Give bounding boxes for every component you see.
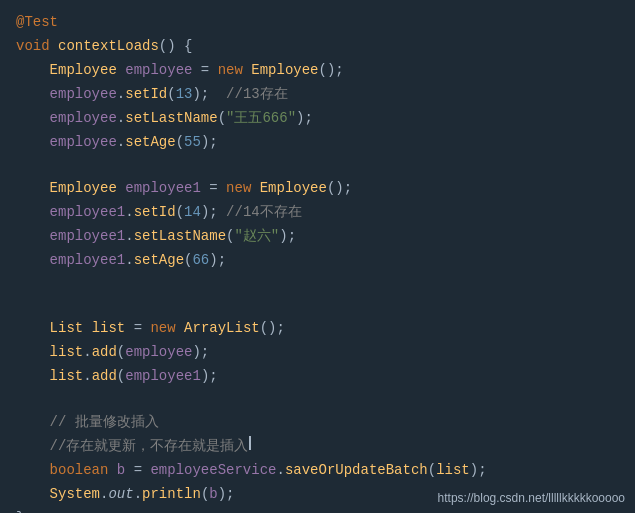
plain-paren10: ( [226,225,234,247]
plain-dot5: . [117,107,125,129]
type-employee8b: Employee [260,177,327,199]
comment-upsert: //存在就更新，不存在就是插入 [50,435,249,457]
comment-14: //14不存在 [226,201,302,223]
code-line-4: employee . setId ( 13 ); //13存在 [0,82,635,106]
keyword-new8: new [226,177,251,199]
plain-semi20: ); [470,459,487,481]
indent15 [16,341,50,363]
plain-eq3: = [192,59,217,81]
num-66: 66 [192,249,209,271]
var-employee: employee [125,59,192,81]
plain-sp20 [108,459,116,481]
var-list15: list [50,341,84,363]
code-line-13 [0,294,635,316]
num-13: 13 [176,83,193,105]
keyword-new3: new [218,59,243,81]
plain-end14: (); [260,317,285,339]
num-14: 14 [184,201,201,223]
plain-paren4: ( [167,83,175,105]
annotation-test: @Test [16,11,58,33]
plain-semi21: ); [218,483,235,505]
plain-sp14b [176,317,184,339]
code-line-18: // 批量修改插入 [0,410,635,434]
plain-eq8: = [201,177,226,199]
indent3 [16,59,50,81]
arg-employee15: employee [125,341,192,363]
plain-dot11: . [125,249,133,271]
plain-dot16: . [83,365,91,387]
arg-list20: list [436,459,470,481]
indent14 [16,317,50,339]
var-list14: list [92,317,126,339]
comment-batch: // 批量修改插入 [50,411,159,433]
indent6 [16,131,50,153]
plain-dot9: . [125,201,133,223]
plain-semi9: ); [201,201,226,223]
method-setlastname5: setLastName [125,107,217,129]
plain-paren6: ( [176,131,184,153]
plain-paren15: ( [117,341,125,363]
indent5 [16,107,50,129]
indent4 [16,83,50,105]
plain-paren11: ( [184,249,192,271]
method-setid4: setId [125,83,167,105]
plain-semi15: ); [192,341,209,363]
plain-sp3 [117,59,125,81]
plain-semi11: ); [209,249,226,271]
plain-semi6: ); [201,131,218,153]
type-system21: System [50,483,100,505]
closing-brace: } [16,507,24,513]
code-line-16: list . add ( employee1 ); [0,364,635,388]
plain-space [50,35,58,57]
plain-paren5: ( [218,107,226,129]
indent11 [16,249,50,271]
code-editor: @Test void contextLoads () { Employee em… [0,0,635,513]
indent18 [16,411,50,433]
var-emp1-11: employee1 [50,249,126,271]
plain-paren16: ( [117,365,125,387]
code-line-20: boolean b = employeeService . saveOrUpda… [0,458,635,482]
plain-sp14 [83,317,91,339]
num-55: 55 [184,131,201,153]
method-contextloads: contextLoads [58,35,159,57]
str-wangwu: "王五666" [226,107,296,129]
type-employee3b: Employee [251,59,318,81]
watermark: https://blog.csdn.net/lllllkkkkkooooo [438,491,625,505]
type-arraylist14: ArrayList [184,317,260,339]
keyword-new14: new [150,317,175,339]
plain-paren21: ( [201,483,209,505]
indent8 [16,177,50,199]
plain-sp8 [117,177,125,199]
var-emp1-10: employee1 [50,225,126,247]
plain-dot10: . [125,225,133,247]
str-zhaoliu: "赵六" [234,225,279,247]
plain-end8: (); [327,177,352,199]
arg-employee1-16: employee1 [125,365,201,387]
arg-b21: b [209,483,217,505]
plain-dot21b: . [134,483,142,505]
plain-end3: (); [319,59,344,81]
code-line-15: list . add ( employee ); [0,340,635,364]
indent16 [16,365,50,387]
indent9 [16,201,50,223]
method-setage6: setAge [125,131,175,153]
comment-13: //13存在 [226,83,288,105]
plain-dot15: . [83,341,91,363]
keyword-void: void [16,35,50,57]
indent21 [16,483,50,505]
method-setid9: setId [134,201,176,223]
text-cursor [249,436,251,450]
indent19 [16,435,50,457]
plain-semi16: ); [201,365,218,387]
code-line-6: employee . setAge ( 55 ); [0,130,635,154]
indent20 [16,459,50,481]
var-emp4: employee [50,83,117,105]
var-emp6: employee [50,131,117,153]
plain-sp3b [243,59,251,81]
code-line-10: employee1 . setLastName ( "赵六" ); [0,224,635,248]
code-line-11: employee1 . setAge ( 66 ); [0,248,635,272]
indent10 [16,225,50,247]
plain-paren20: ( [428,459,436,481]
method-add16: add [92,365,117,387]
plain-dot21a: . [100,483,108,505]
